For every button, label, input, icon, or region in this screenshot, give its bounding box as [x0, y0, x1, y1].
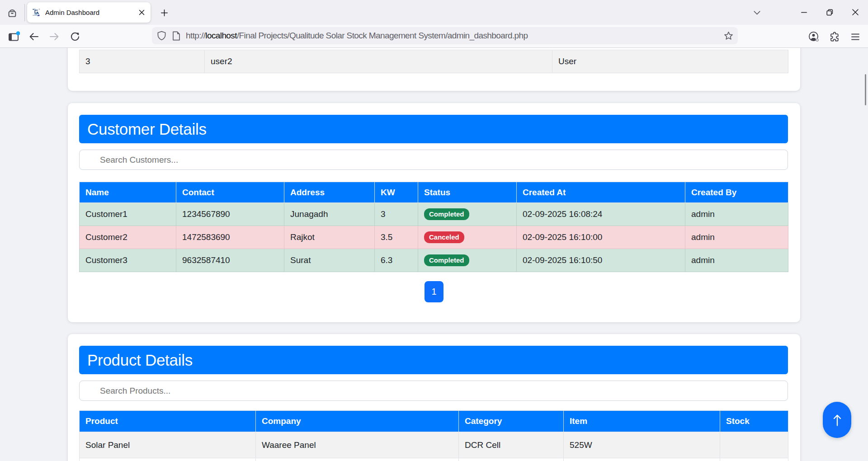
column-header: Stock [720, 411, 788, 432]
products-header-row: Product Company Category Item Stock [80, 411, 788, 432]
cell-item [564, 458, 720, 461]
customer-details-header: Customer Details [79, 115, 788, 143]
browser-tab-bar: Admin Dashboard [0, 0, 868, 25]
cell-address: Rajkot [284, 226, 375, 249]
table-row: 3 user2 User [80, 50, 788, 73]
cell-name: Customer2 [80, 226, 176, 249]
table-row: Customer2 1472583690 Rajkot 3.5 Canceled… [80, 226, 788, 249]
cell-contact: 9632587410 [176, 249, 284, 272]
browser-tab[interactable]: Admin Dashboard [27, 2, 151, 23]
customers-header-row: Name Contact Address KW Status Created A… [80, 182, 788, 203]
cell-contact: 1234567890 [176, 203, 284, 226]
sidebar-icon[interactable] [7, 29, 21, 44]
column-header: Name [80, 182, 176, 203]
search-customers-input[interactable] [79, 150, 788, 170]
product-details-header: Product Details [79, 346, 788, 374]
column-header: Item [564, 411, 720, 432]
window-close-icon[interactable] [846, 4, 864, 21]
column-header: Created By [685, 182, 788, 203]
window-minimize-icon[interactable] [795, 4, 813, 21]
search-products-input[interactable] [79, 381, 788, 401]
cell-contact: 1472583690 [176, 226, 284, 249]
users-card: 3 user2 User [68, 48, 800, 91]
cell-name: Customer3 [80, 249, 176, 272]
cell-product: Solar Panel [80, 432, 256, 458]
status-badge: Completed [424, 254, 469, 266]
cell-status: Completed [418, 249, 517, 272]
cell-address: Junagadh [284, 203, 375, 226]
tab-title: Admin Dashboard [45, 9, 136, 16]
column-header: KW [375, 182, 418, 203]
url-bar[interactable]: http://localhost/Final Projects/Qualitud… [152, 27, 738, 44]
up-arrow-icon [832, 414, 842, 426]
account-icon[interactable] [807, 29, 821, 44]
scroll-to-top-button[interactable] [823, 402, 851, 438]
table-row: Customer1 1234567890 Junagadh 3 Complete… [80, 203, 788, 226]
cell-status: Completed [418, 203, 517, 226]
column-header: Product [80, 411, 256, 432]
browser-nav-toolbar: http://localhost/Final Projects/Qualitud… [0, 25, 868, 48]
new-tab-icon[interactable] [158, 6, 170, 19]
cell-status: Canceled [418, 226, 517, 249]
url-host: localhost [205, 31, 237, 40]
user-id-cell: 3 [80, 50, 205, 73]
list-all-tabs-chevron-icon[interactable] [750, 6, 763, 19]
back-icon[interactable] [27, 29, 41, 44]
page-info-icon[interactable] [172, 31, 180, 41]
cell-kw: 3.5 [375, 226, 418, 249]
column-header: Created At [517, 182, 685, 203]
cell-created-by: admin [685, 226, 788, 249]
reload-icon[interactable] [68, 29, 82, 44]
user-role-cell: User [552, 50, 788, 73]
url-path: /Final Projects/Qualitude Solar Stock Ma… [237, 31, 528, 40]
customer-details-card: Customer Details Name Contact Address KW… [68, 103, 800, 322]
pagination-page-1-button[interactable]: 1 [425, 281, 443, 302]
product-details-card: Product Details Product Company Category… [68, 334, 800, 461]
table-row [80, 458, 788, 461]
column-header: Contact [176, 182, 284, 203]
menu-hamburger-icon[interactable] [848, 29, 863, 44]
window-restore-icon[interactable] [821, 4, 839, 21]
cell-item: 525W [564, 432, 720, 458]
bookmark-star-icon[interactable] [724, 31, 733, 41]
cell-kw: 6.3 [375, 249, 418, 272]
cell-stock [720, 458, 788, 461]
cell-address: Surat [284, 249, 375, 272]
tab-close-icon[interactable] [136, 7, 147, 18]
status-badge: Canceled [424, 231, 464, 243]
extensions-puzzle-icon[interactable] [827, 29, 842, 44]
cell-category [459, 458, 564, 461]
cell-created-at: 02-09-2025 16:10:50 [517, 249, 685, 272]
cell-company: Waaree Panel [256, 432, 459, 458]
table-row: Customer3 9632587410 Surat 6.3 Completed… [80, 249, 788, 272]
customer-details-title: Customer Details [87, 120, 207, 138]
url-text[interactable]: http://localhost/Final Projects/Qualitud… [186, 31, 724, 41]
cell-kw: 3 [375, 203, 418, 226]
forward-icon[interactable] [47, 29, 61, 44]
status-badge: Completed [424, 208, 469, 220]
cell-name: Customer1 [80, 203, 176, 226]
cell-created-at: 02-09-2025 16:10:00 [517, 226, 685, 249]
user-name-cell: user2 [205, 50, 552, 73]
users-table: 3 user2 User [79, 50, 788, 73]
cell-created-at: 02-09-2025 16:08:24 [517, 203, 685, 226]
customers-table: Name Contact Address KW Status Created A… [79, 182, 788, 272]
cell-category: DCR Cell [459, 432, 564, 458]
column-header: Status [418, 182, 517, 203]
column-header: Company [256, 411, 459, 432]
cell-company [256, 458, 459, 461]
column-header: Category [459, 411, 564, 432]
firefox-view-icon[interactable] [6, 7, 19, 19]
tracking-shield-icon[interactable] [157, 31, 166, 41]
products-table: Product Company Category Item Stock Sola… [79, 410, 788, 461]
page-viewport: 3 user2 User Customer Details Name Conta… [0, 48, 868, 461]
cell-stock [720, 432, 788, 458]
cell-product [80, 458, 256, 461]
product-details-title: Product Details [87, 351, 193, 369]
column-header: Address [284, 182, 375, 203]
site-favicon-icon [32, 8, 41, 17]
url-scheme: http:// [186, 31, 205, 40]
table-row: Solar Panel Waaree Panel DCR Cell 525W [80, 432, 788, 458]
scrollbar-thumb[interactable] [865, 74, 866, 105]
cell-created-by: admin [685, 203, 788, 226]
